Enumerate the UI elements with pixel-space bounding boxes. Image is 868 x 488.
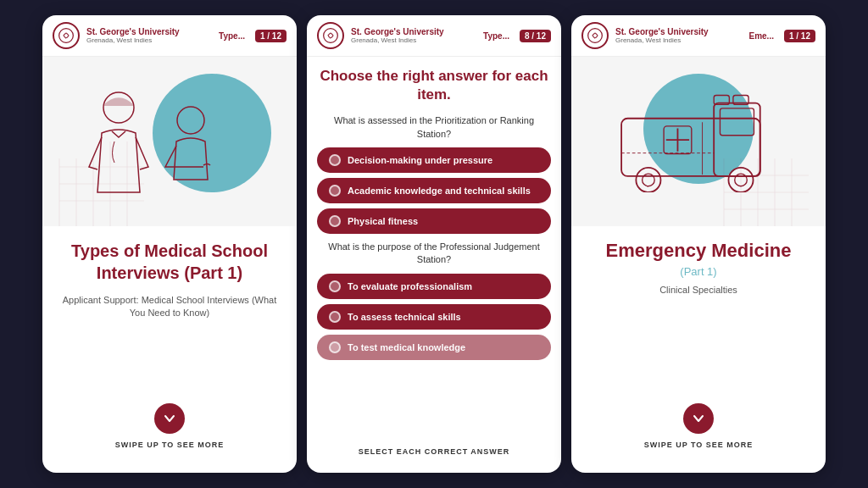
answer-1-3[interactable]: Physical fitness xyxy=(317,208,551,234)
card3-swipe-label: SWIPE UP TO SEE MORE xyxy=(644,441,754,449)
card2-sgu-logo xyxy=(317,22,344,49)
svg-point-10 xyxy=(103,92,134,123)
card1-swipe-label: SWIPE UP TO SEE MORE xyxy=(115,441,225,449)
card3-header-text: St. George's University Grenada, West In… xyxy=(615,27,743,44)
answer-2-2-text: To assess technical skills xyxy=(348,312,461,322)
card1-counter: 1 / 12 xyxy=(255,30,287,42)
svg-point-13 xyxy=(329,34,333,38)
question-1: What is assessed in the Prioritization o… xyxy=(317,114,551,141)
answer-dot xyxy=(329,311,341,323)
answer-1-2[interactable]: Academic knowledge and technical skills xyxy=(317,178,551,203)
card1-header-text: St. George's University Grenada, West In… xyxy=(86,27,212,44)
card2-header: St. George's University Grenada, West In… xyxy=(307,15,561,57)
doctor-illustration xyxy=(42,57,297,226)
answer-dot xyxy=(329,154,341,166)
answer-1-1[interactable]: Decision-making under pressure xyxy=(317,147,551,173)
card2-location: Grenada, West Indies xyxy=(351,36,476,44)
card2-university: St. George's University xyxy=(351,27,476,36)
ambulance-illustration xyxy=(614,91,783,192)
answer-dot xyxy=(329,280,341,292)
card3-swipe-section: SWIPE UP TO SEE MORE xyxy=(644,403,754,459)
answer-dot xyxy=(329,185,341,197)
svg-rect-26 xyxy=(720,108,754,136)
card3-sgu-logo xyxy=(581,22,609,49)
card1-description: Applicant Support: Medical School Interv… xyxy=(56,294,283,320)
card1-header: St. George's University Grenada, West In… xyxy=(42,15,297,57)
svg-point-0 xyxy=(59,29,74,43)
card3-chevron-button[interactable] xyxy=(683,403,714,434)
card-quiz: St. George's University Grenada, West In… xyxy=(307,15,561,473)
svg-point-30 xyxy=(636,168,660,192)
card2-main-title: Choose the right answer for each item. xyxy=(317,67,551,104)
answer-2-1-text: To evaluate professionalism xyxy=(348,281,472,291)
answer-2-1[interactable]: To evaluate professionalism xyxy=(317,274,551,299)
card1-main-title: Types of Medical School Interviews (Part… xyxy=(56,240,283,284)
card3-location: Grenada, West Indies xyxy=(615,36,743,44)
svg-point-11 xyxy=(177,107,204,134)
card3-type: Eme... xyxy=(749,31,774,41)
card3-counter: 1 / 12 xyxy=(784,30,815,42)
card2-body: Choose the right answer for each item. W… xyxy=(307,57,561,473)
question-2: What is the purpose of the Professional … xyxy=(317,241,551,267)
card3-main-title: Emergency Medicine xyxy=(606,240,792,262)
answer-2-3-text: To test medical knowledge xyxy=(348,342,465,352)
answer-dot xyxy=(329,215,341,227)
answer-dot xyxy=(329,341,341,353)
answer-1-3-text: Physical fitness xyxy=(348,216,418,226)
svg-point-14 xyxy=(588,29,603,43)
card2-select-label: SELECT EACH CORRECT ANSWER xyxy=(317,441,551,463)
answer-2-3[interactable]: To test medical knowledge xyxy=(317,335,551,360)
card3-subtitle: (Part 1) xyxy=(680,265,716,278)
sgu-logo xyxy=(53,22,80,49)
svg-rect-25 xyxy=(714,103,760,176)
card2-scroll-area[interactable]: What is assessed in the Prioritization o… xyxy=(317,114,551,441)
card3-university: St. George's University xyxy=(615,27,743,36)
card3-body: Emergency Medicine (Part 1) Clinical Spe… xyxy=(571,226,826,473)
card3-description: Clinical Specialties xyxy=(659,285,737,295)
card3-illustration xyxy=(571,57,826,226)
answer-2-2[interactable]: To assess technical skills xyxy=(317,304,551,330)
card1-location: Grenada, West Indies xyxy=(86,36,212,44)
card2-counter: 8 / 12 xyxy=(520,30,551,42)
card1-body: Types of Medical School Interviews (Part… xyxy=(42,226,297,473)
card3-header: St. George's University Grenada, West In… xyxy=(571,15,826,57)
answer-1-2-text: Academic knowledge and technical skills xyxy=(348,186,531,196)
card1-university: St. George's University xyxy=(86,27,212,36)
card1-chevron-button[interactable] xyxy=(154,403,185,434)
card1-type: Type... xyxy=(219,31,245,41)
svg-point-15 xyxy=(593,34,598,38)
card-types-of-interviews: St. George's University Grenada, West In… xyxy=(42,15,297,473)
svg-point-1 xyxy=(64,34,69,38)
card-emergency-medicine: St. George's University Grenada, West In… xyxy=(571,15,826,473)
card1-swipe-section: SWIPE UP TO SEE MORE xyxy=(56,403,283,459)
answer-1-1-text: Decision-making under pressure xyxy=(348,155,492,165)
svg-point-12 xyxy=(324,29,338,43)
svg-point-32 xyxy=(728,168,753,192)
card2-header-text: St. George's University Grenada, West In… xyxy=(351,27,476,44)
card1-illustration xyxy=(42,57,297,226)
card2-type: Type... xyxy=(483,31,509,41)
